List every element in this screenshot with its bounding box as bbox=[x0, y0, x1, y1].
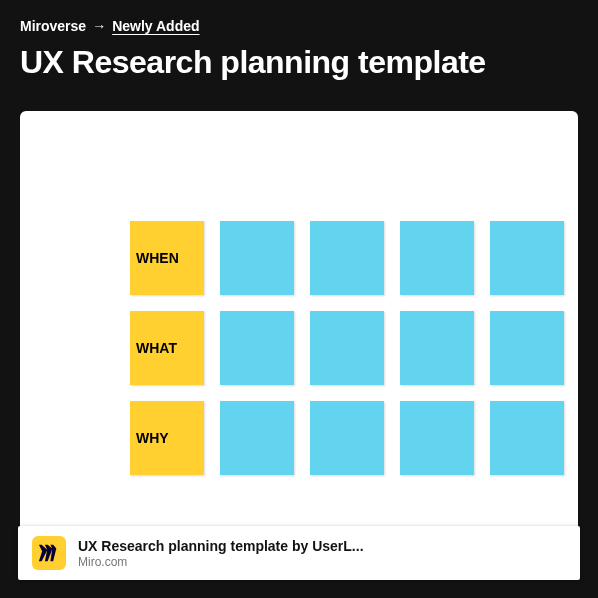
link-card-domain: Miro.com bbox=[78, 555, 364, 569]
sticky-note-blank[interactable] bbox=[490, 401, 564, 475]
sticky-row: WHAT bbox=[130, 311, 564, 385]
breadcrumb-root-link[interactable]: Miroverse bbox=[20, 18, 86, 34]
sticky-note-blank[interactable] bbox=[220, 311, 294, 385]
breadcrumb-current-link[interactable]: Newly Added bbox=[112, 18, 199, 34]
link-card-title: UX Research planning template by UserL..… bbox=[78, 538, 364, 554]
sticky-note-blank[interactable] bbox=[400, 221, 474, 295]
sticky-note-label[interactable]: WHEN bbox=[130, 221, 204, 295]
sticky-note-blank[interactable] bbox=[400, 311, 474, 385]
sticky-note-grid: WHENWHATWHY bbox=[130, 221, 564, 475]
breadcrumb: Miroverse → Newly Added bbox=[20, 18, 578, 34]
sticky-note-label[interactable]: WHY bbox=[130, 401, 204, 475]
sticky-note-blank[interactable] bbox=[490, 311, 564, 385]
page-header: Miroverse → Newly Added UX Research plan… bbox=[0, 0, 598, 81]
sticky-note-blank[interactable] bbox=[220, 221, 294, 295]
sticky-note-blank[interactable] bbox=[490, 221, 564, 295]
sticky-note-blank[interactable] bbox=[310, 401, 384, 475]
miro-logo-icon bbox=[32, 536, 66, 570]
sticky-note-blank[interactable] bbox=[310, 221, 384, 295]
miro-board-preview[interactable]: WHENWHATWHY bbox=[20, 111, 578, 541]
sticky-note-blank[interactable] bbox=[400, 401, 474, 475]
page-title: UX Research planning template bbox=[20, 44, 578, 81]
sticky-note-blank[interactable] bbox=[310, 311, 384, 385]
link-card-text: UX Research planning template by UserL..… bbox=[78, 538, 364, 569]
sticky-note-label[interactable]: WHAT bbox=[130, 311, 204, 385]
sticky-row: WHY bbox=[130, 401, 564, 475]
link-preview-card[interactable]: UX Research planning template by UserL..… bbox=[18, 526, 580, 580]
breadcrumb-arrow-icon: → bbox=[92, 18, 106, 34]
sticky-row: WHEN bbox=[130, 221, 564, 295]
sticky-note-blank[interactable] bbox=[220, 401, 294, 475]
